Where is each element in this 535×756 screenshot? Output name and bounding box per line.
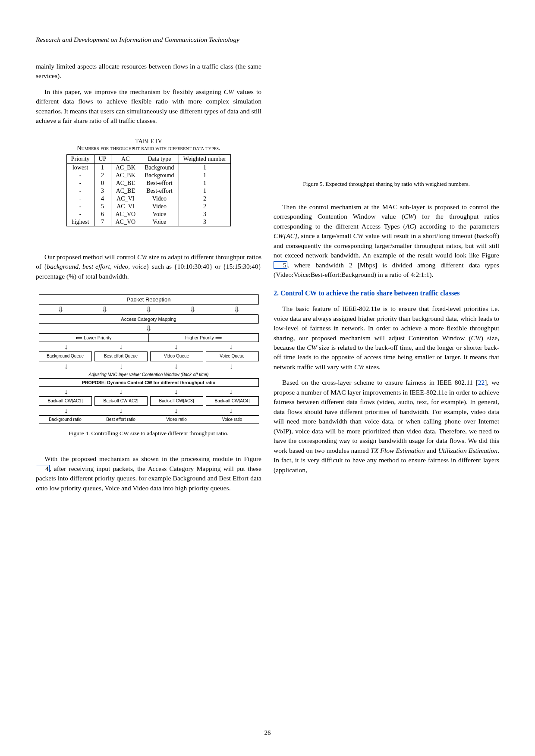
table-cell: - <box>66 187 94 195</box>
diagram-higher-priority: Higher Priority ⟹ <box>149 333 259 342</box>
diagram-backoff-1: Back-off CW[AC1] <box>39 396 92 406</box>
text: , <box>110 263 114 270</box>
text: sizes. <box>364 363 381 370</box>
text: , <box>128 263 132 270</box>
table-row: -0AC_BEBest-effort1 <box>66 179 230 187</box>
th-priority: Priority <box>66 154 94 163</box>
arrows-row: ↓ ↓ ↓ ↓ <box>39 342 259 351</box>
table-cell: 3 <box>94 187 111 195</box>
table-cell: Best-effort <box>140 179 179 187</box>
table-cell: - <box>66 203 94 210</box>
text: Higher Priority <box>185 335 214 340</box>
text: ], we propose a number of MAC layer impr… <box>274 379 499 454</box>
text: Our proposed method will control <box>44 253 137 260</box>
dbl-arrow-left-icon: ⟸ <box>76 335 82 340</box>
vo-term: voice <box>132 263 146 270</box>
cw-term: CW <box>354 363 364 370</box>
table-cell: 3 <box>179 210 231 218</box>
diagram-adjusting-note: Adjusting MAC-layer value: Contention Wi… <box>39 371 259 378</box>
diagram-backoff-4: Back-off CW[AC4] <box>206 396 259 406</box>
arrow-down-icon: ↓ <box>229 343 233 351</box>
table-header-row: Priority UP AC Data type Weighted number <box>66 154 230 163</box>
diagram-ratio-2: Best effort ratio <box>94 417 148 422</box>
table-cell: Best-effort <box>140 187 179 195</box>
cw-term: CW <box>224 88 234 95</box>
diagram-backoff-2: Back-off CW[AC2] <box>94 396 148 406</box>
arrow-down-icon: ↓ <box>174 343 178 351</box>
para-1: mainly limited aspects allocate resource… <box>36 62 261 81</box>
text: and <box>425 447 438 454</box>
table-cell: - <box>66 195 94 203</box>
right-column: Figure 5. Expected throughput sharing by… <box>274 62 499 499</box>
cw-term: CW <box>307 344 317 351</box>
th-up: UP <box>94 154 111 163</box>
section-heading: 2. Control CW to achieve the ratio share… <box>274 289 499 298</box>
diagram-ratio-1: Background ratio <box>39 417 92 422</box>
diagram-access-mapping: Access Category Mapping <box>39 314 259 324</box>
text: With the proposed mechanism as shown in … <box>44 455 261 462</box>
figure-5-caption: Figure 5. Expected throughput sharing by… <box>274 181 499 188</box>
table-cell: Background <box>140 172 179 179</box>
table-cell: 7 <box>94 218 111 226</box>
table-cell: 1 <box>179 179 231 187</box>
table-cell: 1 <box>94 163 111 172</box>
table-cell: AC_BK <box>111 163 140 172</box>
table-row: -4AC_VIVideo2 <box>66 195 230 203</box>
table-cell: 2 <box>179 195 231 203</box>
diagram-vi-queue: Video Queue <box>150 351 203 361</box>
arrow-down-icon: ↓ <box>119 407 123 414</box>
arrow-down-icon: ⇩ <box>145 306 152 314</box>
ue-term: Utilization Estimation <box>438 447 497 454</box>
arrow-down-icon: ⇩ <box>101 306 108 314</box>
text: , since a large/small <box>297 232 353 239</box>
table-cell: Voice <box>140 218 179 226</box>
th-datatype: Data type <box>140 154 179 163</box>
table-cell: 0 <box>94 179 111 187</box>
arrow-down-icon: ↓ <box>229 362 233 370</box>
left-column: mainly limited aspects allocate resource… <box>36 62 261 499</box>
table-cell: AC_VO <box>111 210 140 218</box>
table-cell: Video <box>140 195 179 203</box>
para-r2: The basic feature of IEEE-802.11e is to … <box>274 304 499 372</box>
arrow-down-icon: ↓ <box>174 362 178 370</box>
figure-ref-link[interactable]: 4 <box>36 465 50 473</box>
arrow-down-icon: ↓ <box>174 407 178 414</box>
table-cell: highest <box>66 218 94 226</box>
arrow-down-icon: ↓ <box>229 388 233 395</box>
para-3: Our proposed method will control CW size… <box>36 252 261 281</box>
table-cell: 2 <box>94 172 111 179</box>
table-iv: Priority UP AC Data type Weighted number… <box>66 154 231 226</box>
arrow-down-icon: ⇩ <box>233 306 240 314</box>
figure-ref-link[interactable]: 5 <box>274 261 287 269</box>
diagram-ratio-4: Voice ratio <box>206 417 259 422</box>
table-cell: 6 <box>94 210 111 218</box>
table-cell: Video <box>140 203 179 210</box>
arrow-down-icon: ↓ <box>174 388 178 395</box>
citation-link[interactable]: 22 <box>478 379 485 386</box>
diagram-lower-priority: ⟸ Lower Priority <box>39 333 149 342</box>
dbl-arrow-right-icon: ⟹ <box>215 335 222 340</box>
table-cell: 1 <box>179 187 231 195</box>
table-cell: AC_VI <box>111 195 140 203</box>
arrow-down-icon: ↓ <box>119 362 123 370</box>
table-cell: 1 <box>179 172 231 179</box>
bg-term: background <box>47 263 79 270</box>
table-cell: AC_BK <box>111 172 140 179</box>
arrow-down-icon: ↓ <box>64 362 68 370</box>
arrows-row: ↓ ↓ ↓ ↓ <box>39 387 259 396</box>
figure-5-placeholder <box>274 62 499 178</box>
table-cell: 2 <box>179 203 231 210</box>
arrows-row: ⇩ ⇩ ⇩ ⇩ ⇩ <box>39 305 259 314</box>
table-cell: 4 <box>94 195 111 203</box>
diagram-ratio-3: Video ratio <box>150 417 203 422</box>
table-row: -6AC_VOVoice3 <box>66 210 230 218</box>
para-4: With the proposed mechanism as shown in … <box>36 454 261 493</box>
text: ) according to the parameters <box>414 223 499 230</box>
ac-term: AC <box>406 223 414 230</box>
diagram-be-queue: Best effort Queue <box>94 351 148 361</box>
table-cell: AC_VO <box>111 218 140 226</box>
table-cell: - <box>66 172 94 179</box>
figure-4-caption: Figure 4. Controlling CW size to adaptiv… <box>36 430 261 437</box>
arrow-down-icon: ↓ <box>64 388 68 395</box>
table-cell: Voice <box>140 210 179 218</box>
